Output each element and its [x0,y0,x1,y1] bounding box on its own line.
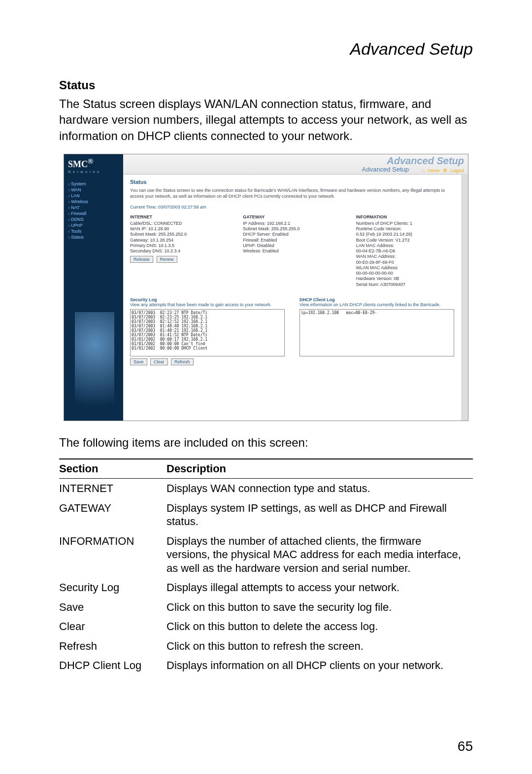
cell-section: DHCP Client Log [59,656,166,675]
gateway-line: Wireless: Enabled [243,248,341,254]
info-line: Serial Num: A307009407 [356,282,454,287]
internet-line: Primary DNS: 10.1.3.5 [130,243,228,248]
brand-subtext: N e t w o r k s [64,170,123,178]
nav-system[interactable]: System [66,181,121,187]
internet-line: Gateway: 10.1.28.254 [130,238,228,243]
gateway-line: Subnet Mask: 255.255.255.0 [243,226,341,232]
table-row: GATEWAYDisplays system IP settings, as w… [59,498,473,531]
info-line: LAN MAC Address: [356,243,454,248]
log-row: 03/07/2003 02:12:52 192.168.2.1 [132,319,283,324]
cell-description: Click on this button to refresh the scre… [166,636,473,656]
brand-logo: SMC® [64,154,123,170]
gateway-line: IP Address: 192.168.2.1 [243,221,341,226]
nav-upnp[interactable]: UPnP [66,222,121,228]
topbar-title-fade: Advanced Setup [387,155,464,167]
renew-button[interactable]: Renew [157,256,177,263]
nav-ddns[interactable]: DDNS [66,216,121,222]
table-row: Security LogDisplays illegal attempts to… [59,578,473,598]
cell-description: Click on this button to save the securit… [166,598,473,617]
description-table: Section Description INTERNETDisplays WAN… [59,458,473,675]
gateway-line: Firewall: Enabled [243,238,341,243]
clear-button[interactable]: Clear [150,358,168,365]
internet-line: Subnet Mask: 255.255.252.0 [130,232,228,237]
gateway-line: UPnP: Disabled [243,243,341,248]
status-screenshot: SMC® N e t w o r k s System WAN LAN Wire… [64,154,468,421]
save-button[interactable]: Save [130,358,147,365]
log-row: 03/07/2003 01:48:21 192.168.2.1 [132,328,283,333]
info-line: 00-E0-29-8F-69-F0 [356,260,454,265]
security-log: Security Log View any attempts that have… [130,297,285,365]
after-screenshot-text: The following items are included on this… [59,436,473,450]
nav-wireless[interactable]: Wireless [66,199,121,205]
info-line: 0.52 (Feb 19 2003 21:14:28) [356,232,454,237]
internet-column: INTERNET Cable/DSL: CONNECTED WAN IP: 10… [130,214,228,287]
table-row: RefreshClick on this button to refresh t… [59,636,473,656]
nav-lan[interactable]: LAN [66,193,121,199]
security-log-box[interactable]: 03/07/2003 02:23:27 NTP Date/Ti 03/07/20… [130,309,285,356]
screenshot-body: Status You can use the Status screen to … [123,174,461,421]
cell-section: Clear [59,617,166,636]
log-row: 01/01/2002 00:00:00 DHCP Client [132,346,283,351]
logout-icon[interactable]: ⦿ Logout [443,168,464,173]
cell-section: INFORMATION [59,531,166,578]
nav-tools[interactable]: Tools [66,228,121,234]
nav-status[interactable]: Status [66,234,121,240]
internet-line: Cable/DSL: CONNECTED [130,221,228,226]
nav-wan[interactable]: WAN [66,187,121,193]
info-line: Hardware Version: 0B [356,276,454,281]
cell-description: Displays system IP settings, as well as … [166,498,473,531]
table-row: INFORMATIONDisplays the number of attach… [59,531,473,578]
info-line: Numbers of DHCP Clients: 1 [356,221,454,226]
log-row: 01/01/2002 00:00:08 Can't find [132,342,283,346]
info-line: 00-00-00-00-00-00 [356,271,454,276]
dhcp-client-log: DHCP Client Log View information on LAN … [299,297,454,365]
dhcp-log-box[interactable]: ip=192.168.2.100 mac=00-E0-29- [299,309,454,356]
gateway-line: DHCP Server: Enabled [243,232,341,237]
info-line: 00-04-E2-7B-A6-D6 [356,248,454,254]
gateway-column: GATEWAY IP Address: 192.168.2.1 Subnet M… [243,214,341,287]
table-row: ClearClick on this button to delete the … [59,617,473,636]
internet-line: WAN IP: 10.1.28.90 [130,226,228,232]
security-log-heading: Security Log [130,297,285,302]
log-row: ip=192.168.2.100 mac=00-E0-29- [301,311,453,315]
gateway-heading: GATEWAY [243,214,341,220]
info-line: Runtime Code Version: [356,226,454,232]
cell-section: INTERNET [59,479,166,498]
log-row: 03/07/2003 02:23:27 NTP Date/Ti [132,311,283,315]
log-row: 03/07/2003 01:48:48 192.168.2.1 [132,324,283,328]
body-status-desc: You can use the Status screen to see the… [130,188,454,199]
th-section: Section [59,459,166,479]
information-column: INFORMATION Numbers of DHCP Clients: 1 R… [356,214,454,287]
scrollbar[interactable] [461,174,468,421]
log-row: 03/07/2003 02:23:25 192.168.2.1 [132,315,283,319]
nav-nat[interactable]: NAT [66,205,121,211]
sidebar-illustration [75,312,114,421]
topbar-links: ⌂ Home ⦿ Logout [420,168,464,173]
info-line: WLAN MAC Address: [356,265,454,271]
home-icon[interactable]: ⌂ Home [422,168,439,173]
cell-description: Displays WAN connection type and status. [166,479,473,498]
security-log-desc: View any attempts that have been made to… [130,302,285,307]
cell-section: Security Log [59,578,166,598]
internet-heading: INTERNET [130,214,228,220]
table-row: INTERNETDisplays WAN connection type and… [59,479,473,498]
cell-description: Displays the number of attached clients,… [166,531,473,578]
cell-section: Refresh [59,636,166,656]
section-heading: Status [59,78,473,92]
release-button[interactable]: Release [130,256,153,263]
nav-firewall[interactable]: Firewall [66,211,121,216]
cell-description: Displays illegal attempts to access your… [166,578,473,598]
refresh-button[interactable]: Refresh [171,358,194,365]
cell-description: Displays information on all DHCP clients… [166,656,473,675]
intro-paragraph: The Status screen displays WAN/LAN conne… [59,96,473,144]
internet-line: Secondary DNS: 10.2.3.4 [130,248,228,254]
body-status-title: Status [130,179,454,185]
information-heading: INFORMATION [356,214,454,220]
screenshot-topbar: Advanced Setup Advanced Setup ⌂ Home ⦿ L… [123,154,468,175]
th-description: Description [166,459,473,479]
cell-section: Save [59,598,166,617]
table-row: DHCP Client LogDisplays information on a… [59,656,473,675]
info-line: WAN MAC Address: [356,254,454,259]
cell-section: GATEWAY [59,498,166,531]
table-row: SaveClick on this button to save the sec… [59,598,473,617]
